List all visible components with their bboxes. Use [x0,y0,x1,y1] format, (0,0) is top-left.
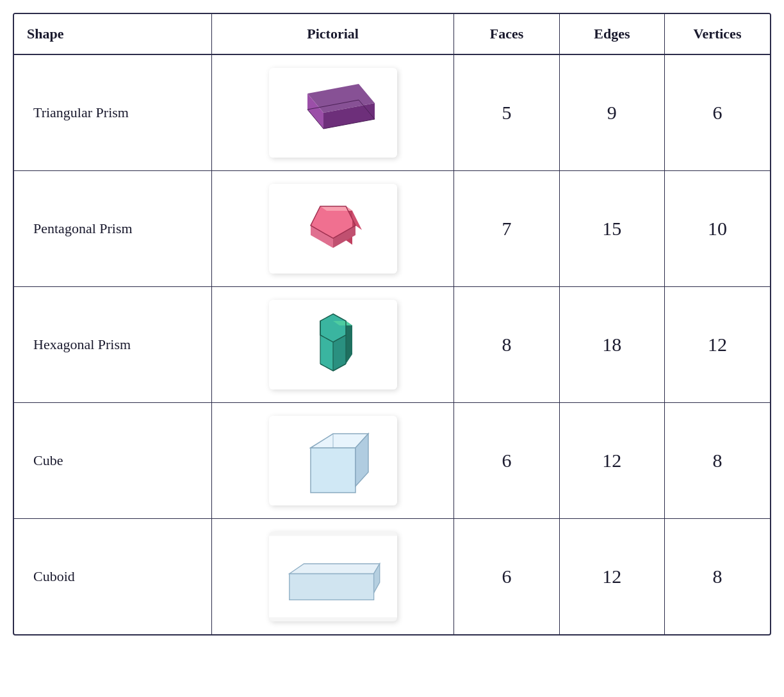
cuboid-svg [269,532,397,621]
shape-pictorial-cell [211,403,454,519]
faces-value: 5 [454,54,559,171]
shape-image-pentagonal-prism [269,184,397,274]
edges-value: 18 [559,287,664,403]
faces-value: 8 [454,287,559,403]
shape-name: Hexagonal Prism [14,287,211,403]
shape-pictorial-cell [211,519,454,635]
column-header-faces: Faces [454,14,559,54]
svg-rect-28 [311,448,355,493]
table-row: Triangular Prism [14,54,770,171]
column-header-shape: Shape [14,14,211,54]
vertices-value: 6 [664,54,770,171]
shape-pictorial-cell [211,287,454,403]
vertices-value: 12 [664,287,770,403]
svg-marker-34 [289,564,379,573]
edges-value: 15 [559,171,664,287]
shape-name: Pentagonal Prism [14,171,211,287]
vertices-value: 8 [664,403,770,519]
shape-pictorial-cell [211,171,454,287]
shape-image-cuboid [269,532,397,621]
edges-value: 12 [559,519,664,635]
shape-image-cube [269,416,397,505]
shapes-table-wrapper: Shape Pictorial Faces Edges Vertices Tri… [13,13,771,636]
shape-name: Cuboid [14,519,211,635]
hexagonal-prism-svg [269,300,397,390]
cube-svg [269,416,397,505]
vertices-value: 8 [664,519,770,635]
faces-value: 7 [454,171,559,287]
table-row: Hexagonal Prism [14,287,770,403]
shape-name: Triangular Prism [14,54,211,171]
faces-value: 6 [454,519,559,635]
shape-name: Cube [14,403,211,519]
column-header-vertices: Vertices [664,14,770,54]
shape-pictorial-cell [211,54,454,171]
column-header-pictorial: Pictorial [211,14,454,54]
edges-value: 9 [559,54,664,171]
shapes-table: Shape Pictorial Faces Edges Vertices Tri… [14,14,770,634]
table-row: Cuboid [14,519,770,635]
table-row: Pentagonal Prism [14,171,770,287]
column-header-edges: Edges [559,14,664,54]
edges-value: 12 [559,403,664,519]
table-header-row: Shape Pictorial Faces Edges Vertices [14,14,770,54]
pentagonal-prism-svg [269,184,397,274]
svg-rect-33 [289,573,373,600]
faces-value: 6 [454,403,559,519]
vertices-value: 10 [664,171,770,287]
shape-image-triangular-prism [269,68,397,158]
table-row: Cube [14,403,770,519]
shape-image-hexagonal-prism [269,300,397,390]
triangular-prism-svg [269,68,397,158]
